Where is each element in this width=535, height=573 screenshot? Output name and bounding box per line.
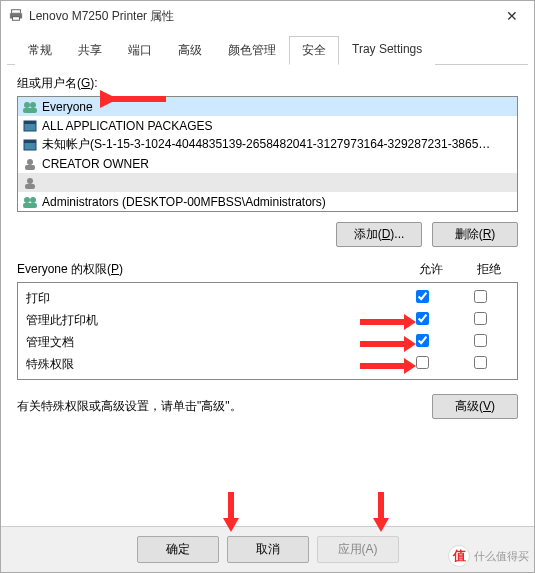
window-title: Lenovo M7250 Printer 属性 (29, 8, 174, 25)
svg-rect-5 (23, 108, 37, 113)
tab-strip: 常规共享端口高级颜色管理安全Tray Settings (7, 35, 528, 65)
cancel-button[interactable]: 取消 (227, 536, 309, 563)
svg-point-15 (30, 197, 36, 203)
permission-name: 管理文档 (26, 334, 393, 351)
svg-point-12 (27, 178, 33, 184)
tab-共享[interactable]: 共享 (65, 36, 115, 65)
svg-rect-11 (25, 165, 35, 170)
users-icon (22, 100, 38, 114)
user-name: ALL APPLICATION PACKAGES (42, 119, 213, 133)
advanced-text: 有关特殊权限或高级设置，请单击"高级"。 (17, 398, 432, 415)
svg-rect-9 (24, 140, 36, 143)
allow-checkbox[interactable] (416, 356, 429, 369)
svg-point-14 (24, 197, 30, 203)
advanced-button[interactable]: 高级(V) (432, 394, 518, 419)
title-bar: Lenovo M7250 Printer 属性 ✕ (1, 1, 534, 31)
permissions-box: 打印管理此打印机管理文档特殊权限 (17, 282, 518, 380)
pkg-icon (22, 138, 38, 152)
svg-point-3 (24, 102, 30, 108)
user-row[interactable]: Everyone (18, 97, 517, 116)
svg-rect-13 (25, 184, 35, 189)
users-icon (22, 195, 38, 209)
col-deny: 拒绝 (460, 261, 518, 278)
user-row[interactable] (18, 173, 517, 192)
svg-rect-16 (23, 203, 37, 208)
deny-checkbox[interactable] (474, 334, 487, 347)
close-button[interactable]: ✕ (498, 4, 526, 28)
ok-button[interactable]: 确定 (137, 536, 219, 563)
user-row[interactable]: Administrators (DESKTOP-00MFBSS\Administ… (18, 192, 517, 211)
svg-rect-2 (13, 16, 20, 20)
user-icon (22, 176, 38, 190)
user-row[interactable]: 未知帐户(S-1-15-3-1024-4044835139-2658482041… (18, 135, 517, 154)
tab-端口[interactable]: 端口 (115, 36, 165, 65)
allow-checkbox[interactable] (416, 312, 429, 325)
remove-button[interactable]: 删除(R) (432, 222, 518, 247)
user-row[interactable]: CREATOR OWNER (18, 154, 517, 173)
tab-颜色管理[interactable]: 颜色管理 (215, 36, 289, 65)
deny-checkbox[interactable] (474, 312, 487, 325)
apply-button[interactable]: 应用(A) (317, 536, 399, 563)
permission-row: 管理此打印机 (20, 309, 515, 331)
user-name: CREATOR OWNER (42, 157, 149, 171)
pkg-icon (22, 119, 38, 133)
dialog-footer: 确定 取消 应用(A) (1, 526, 534, 572)
printer-icon (9, 8, 23, 25)
permission-row: 管理文档 (20, 331, 515, 353)
permissions-label: Everyone 的权限(P) (17, 261, 402, 278)
svg-point-10 (27, 159, 33, 165)
tab-Tray Settings[interactable]: Tray Settings (339, 36, 435, 65)
user-row[interactable]: ALL APPLICATION PACKAGES (18, 116, 517, 135)
deny-checkbox[interactable] (474, 290, 487, 303)
permission-name: 管理此打印机 (26, 312, 393, 329)
user-name: Administrators (DESKTOP-00MFBSS\Administ… (42, 195, 326, 209)
group-label: 组或用户名(G): (17, 75, 518, 92)
allow-checkbox[interactable] (416, 334, 429, 347)
permission-row: 打印 (20, 287, 515, 309)
allow-checkbox[interactable] (416, 290, 429, 303)
permission-name: 特殊权限 (26, 356, 393, 373)
user-icon (22, 157, 38, 171)
tab-安全[interactable]: 安全 (289, 36, 339, 65)
permission-name: 打印 (26, 290, 393, 307)
user-list[interactable]: EveryoneALL APPLICATION PACKAGES未知帐户(S-1… (17, 96, 518, 212)
add-button[interactable]: 添加(D)... (336, 222, 422, 247)
user-name: Everyone (42, 100, 93, 114)
user-name: 未知帐户(S-1-15-3-1024-4044835139-2658482041… (42, 136, 490, 153)
tab-高级[interactable]: 高级 (165, 36, 215, 65)
deny-checkbox[interactable] (474, 356, 487, 369)
svg-rect-0 (12, 9, 21, 13)
svg-point-4 (30, 102, 36, 108)
tab-常规[interactable]: 常规 (15, 36, 65, 65)
col-allow: 允许 (402, 261, 460, 278)
permission-row: 特殊权限 (20, 353, 515, 375)
svg-rect-7 (24, 121, 36, 124)
